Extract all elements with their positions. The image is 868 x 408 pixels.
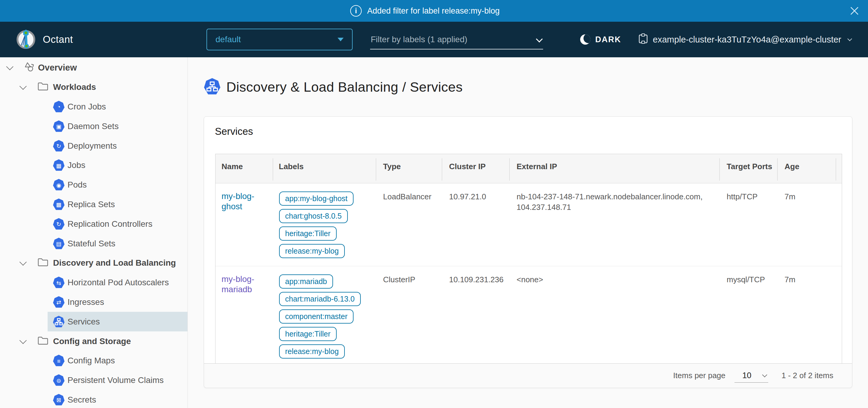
sidebar-item-label: Secrets bbox=[67, 395, 96, 405]
sidebar-item-daemon-sets[interactable]: ▣Daemon Sets bbox=[0, 116, 187, 136]
label-badge: heritage:Tiller bbox=[279, 327, 337, 341]
brand: Octant bbox=[16, 22, 73, 57]
sidebar-item-label: Replication Controllers bbox=[67, 219, 153, 229]
replication-controllers-icon: ↻ bbox=[53, 218, 64, 230]
info-icon: i bbox=[350, 5, 362, 17]
ingresses-icon: ⇄ bbox=[53, 296, 64, 308]
items-per-page-select[interactable]: 10 bbox=[735, 369, 768, 383]
folder-icon bbox=[38, 82, 48, 92]
sidebar-item-label: Replica Sets bbox=[67, 200, 115, 209]
sidebar-item-config-and-storage[interactable]: Config and Storage bbox=[0, 331, 187, 351]
replica-sets-icon-glyph: ▩ bbox=[53, 199, 64, 211]
target-ports-cell: http/TCP bbox=[719, 183, 777, 266]
name-cell: my-blog-ghost bbox=[216, 183, 273, 266]
services-table: NameLabelsTypeCluster IPExternal IPTarge… bbox=[215, 154, 842, 367]
pods-icon-glyph: ◉ bbox=[53, 179, 64, 191]
label-filter-text: Filter by labels (1 applied) bbox=[371, 35, 467, 44]
horizontal-pod-autoscalers-icon-glyph: ⇆ bbox=[53, 277, 64, 289]
config-maps-icon-glyph: ≡ bbox=[53, 355, 64, 367]
sidebar-item-overview[interactable]: Overview bbox=[0, 58, 187, 78]
table-row: my-blog-mariadbapp:mariadbchart:mariadb-… bbox=[216, 266, 842, 367]
service-link[interactable]: my-blog-mariadb bbox=[221, 274, 254, 294]
label-badge: app:mariadb bbox=[279, 274, 333, 289]
sidebar-item-label: Persistent Volume Claims bbox=[67, 375, 164, 385]
jobs-icon-glyph: ▦ bbox=[53, 159, 64, 172]
sidebar-item-label: Pods bbox=[67, 180, 87, 190]
cluster-ip-cell: 10.109.231.236 bbox=[442, 266, 509, 367]
cluster-icon bbox=[638, 33, 648, 46]
deployments-icon: ↻ bbox=[53, 140, 64, 152]
sidebar-item-replica-sets[interactable]: ▩Replica Sets bbox=[0, 195, 187, 214]
deployments-icon-glyph: ↻ bbox=[53, 140, 64, 152]
column-header-age: Age bbox=[777, 154, 836, 183]
age-cell: 7m bbox=[777, 183, 836, 266]
external-ip-cell: <none> bbox=[509, 266, 719, 367]
expander-chevron-icon[interactable] bbox=[19, 83, 27, 90]
name-cell: my-blog-mariadb bbox=[216, 266, 273, 367]
app-header: Octant default Filter by labels (1 appli… bbox=[0, 22, 868, 57]
label-filter-dropdown[interactable]: Filter by labels (1 applied) bbox=[370, 32, 543, 50]
label-badge: release:my-blog bbox=[279, 344, 345, 358]
sidebar-item-jobs[interactable]: ▦Jobs bbox=[0, 155, 187, 175]
sidebar-item-label: Cron Jobs bbox=[67, 102, 106, 112]
banner-content: i Added filter for label release:my-blog bbox=[350, 5, 500, 17]
label-badge: release:my-blog bbox=[279, 244, 345, 258]
stateful-sets-icon: ▤ bbox=[53, 238, 64, 250]
pods-icon: ◉ bbox=[53, 179, 64, 191]
horizontal-pod-autoscalers-icon: ⇆ bbox=[53, 276, 64, 289]
objects-icon bbox=[24, 61, 35, 74]
sidebar-item-config-maps[interactable]: ≡Config Maps bbox=[0, 351, 187, 371]
sidebar-item-cron-jobs[interactable]: ◔Cron Jobs bbox=[0, 97, 187, 117]
chevron-down-icon bbox=[847, 36, 852, 41]
moon-icon bbox=[580, 34, 590, 45]
sidebar-item-label: Config and Storage bbox=[53, 337, 131, 346]
folder-icon bbox=[38, 336, 48, 346]
secrets-icon: ⊠ bbox=[53, 394, 64, 406]
sidebar-item-label: Daemon Sets bbox=[67, 121, 119, 131]
expander-chevron-icon[interactable] bbox=[19, 258, 27, 266]
app-title: Octant bbox=[43, 34, 73, 45]
sidebar-item-horizontal-pod-autoscalers[interactable]: ⇆Horizontal Pod Autoscalers bbox=[0, 273, 187, 292]
namespace-value: default bbox=[216, 35, 241, 44]
sidebar-item-discovery-and-load-balancing[interactable]: Discovery and Load Balancing bbox=[0, 253, 187, 273]
sidebar-item-label: Horizontal Pod Autoscalers bbox=[67, 278, 169, 287]
sidebar-item-secrets[interactable]: ⊠Secrets bbox=[0, 390, 187, 408]
service-link[interactable]: my-blog-ghost bbox=[221, 192, 254, 211]
items-per-page-label: Items per page bbox=[673, 371, 725, 380]
replica-sets-icon: ▩ bbox=[53, 198, 64, 210]
namespace-selector[interactable]: default bbox=[207, 29, 352, 50]
sidebar-item-label: Ingresses bbox=[67, 297, 104, 307]
sidebar-item-stateful-sets[interactable]: ▤Stateful Sets bbox=[0, 234, 187, 253]
notification-banner: i Added filter for label release:my-blog bbox=[0, 0, 868, 22]
sidebar-item-label: Services bbox=[67, 317, 100, 327]
column-header-target-ports: Target Ports bbox=[719, 154, 777, 183]
banner-close-button[interactable] bbox=[849, 5, 860, 17]
sidebar-item-workloads[interactable]: Workloads bbox=[0, 78, 187, 97]
main-content: Discovery & Load Balancing / Services Se… bbox=[188, 57, 868, 408]
label-badge: chart:mariadb-6.13.0 bbox=[279, 292, 361, 306]
ingresses-icon-glyph: ⇄ bbox=[53, 296, 64, 309]
expander-chevron-icon[interactable] bbox=[6, 63, 13, 70]
expander-chevron-icon[interactable] bbox=[19, 337, 27, 344]
spacer-cell bbox=[836, 266, 848, 367]
sidebar-item-services[interactable]: Services bbox=[0, 312, 187, 331]
services-icon bbox=[53, 316, 64, 328]
theme-toggle-button[interactable]: DARK bbox=[580, 22, 621, 57]
folder-icon bbox=[38, 258, 48, 268]
sidebar-item-deployments[interactable]: ↻Deployments bbox=[0, 136, 187, 155]
sidebar-item-persistent-volume-claims[interactable]: ⊜Persistent Volume Claims bbox=[0, 371, 187, 390]
table-header-row: NameLabelsTypeCluster IPExternal IPTarge… bbox=[216, 154, 842, 183]
column-header-spacer bbox=[836, 154, 845, 183]
labels-cell: app:mariadbchart:mariadb-6.13.0component… bbox=[273, 266, 376, 367]
page-title: Discovery & Load Balancing / Services bbox=[226, 79, 463, 95]
daemon-sets-icon-glyph: ▣ bbox=[53, 121, 64, 133]
sidebar-item-replication-controllers[interactable]: ↻Replication Controllers bbox=[0, 214, 187, 234]
context-value: example-cluster-ka3TuTzYo4a@example-clus… bbox=[653, 35, 841, 45]
sidebar-item-pods[interactable]: ◉Pods bbox=[0, 175, 187, 195]
column-header-name: Name bbox=[216, 154, 273, 183]
context-selector[interactable]: example-cluster-ka3TuTzYo4a@example-clus… bbox=[638, 22, 850, 57]
label-badge: app:my-blog-ghost bbox=[279, 192, 353, 206]
sidebar-item-ingresses[interactable]: ⇄Ingresses bbox=[0, 292, 187, 312]
cluster-ip-cell: 10.97.21.0 bbox=[442, 183, 509, 266]
items-per-page-value: 10 bbox=[742, 371, 751, 380]
